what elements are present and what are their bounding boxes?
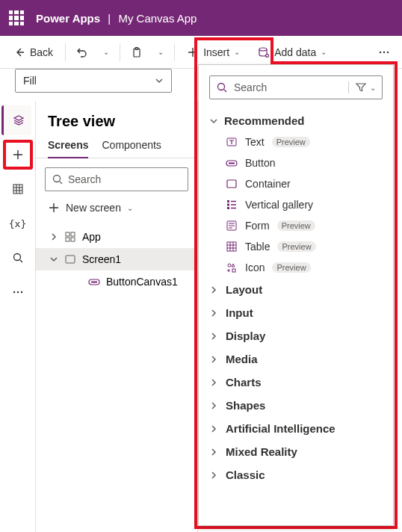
flyout-search[interactable]: Search ⌄ <box>209 75 383 99</box>
more-icon <box>12 286 24 298</box>
ctrl-button[interactable]: Button <box>203 152 389 173</box>
tree-title: Tree view <box>36 110 197 139</box>
rail-data[interactable] <box>3 174 33 204</box>
more-button[interactable] <box>372 42 396 63</box>
undo-split-button[interactable]: ⌄ <box>97 43 115 61</box>
chevron-down-icon <box>155 76 164 85</box>
ctrl-icon[interactable]: Icon Preview <box>203 257 389 278</box>
back-button[interactable]: Back <box>6 42 61 63</box>
chevron-right-icon <box>49 232 58 241</box>
svg-rect-23 <box>229 163 235 164</box>
tree-control-label: ButtonCanvas1 <box>106 276 178 288</box>
svg-point-4 <box>380 51 381 52</box>
tree-tabs: Screens Components <box>36 139 197 158</box>
insert-button[interactable]: Insert ⌄ <box>179 42 247 63</box>
svg-rect-15 <box>66 238 69 241</box>
left-rail: {x} <box>0 101 36 532</box>
chevron-right-icon <box>209 424 218 433</box>
category-label: Display <box>226 330 265 342</box>
search-icon <box>12 252 24 264</box>
svg-point-30 <box>228 264 231 267</box>
grid-icon <box>12 183 24 195</box>
rail-tree-view[interactable] <box>1 105 31 135</box>
new-screen-button[interactable]: New screen ⌄ <box>45 197 188 218</box>
add-data-button[interactable]: Add data ⌄ <box>250 42 334 63</box>
ctrl-table-label: Table <box>245 241 270 253</box>
category-mixed-reality[interactable]: Mixed Reality <box>203 440 389 463</box>
ctrl-container-label: Container <box>245 178 291 190</box>
text-icon <box>226 136 238 148</box>
clipboard-icon <box>131 46 143 58</box>
tree-control-node[interactable]: ButtonCanvas1 <box>36 270 197 293</box>
flyout-search-placeholder: Search <box>234 81 267 93</box>
rail-more[interactable] <box>3 277 33 307</box>
tree-screen-node[interactable]: Screen1 <box>36 248 197 270</box>
search-icon <box>216 81 228 93</box>
ctrl-vertical-gallery[interactable]: Vertical gallery <box>203 194 389 215</box>
svg-point-2 <box>259 48 267 51</box>
category-charts[interactable]: Charts <box>203 371 389 394</box>
svg-rect-14 <box>71 232 75 236</box>
tab-screens[interactable]: Screens <box>48 139 88 158</box>
chevron-right-icon <box>209 332 218 341</box>
category-layout[interactable]: Layout <box>203 278 389 301</box>
insert-flyout: Search ⌄ Recommended Text Preview Button… <box>198 64 394 526</box>
data-icon <box>258 46 270 58</box>
flyout-filter-button[interactable]: ⌄ <box>348 81 376 93</box>
ctrl-container[interactable]: Container <box>203 173 389 194</box>
category-label: Classic <box>226 468 265 481</box>
chevron-down-icon: ⌄ <box>370 84 376 92</box>
flyout-body: Recommended Text Preview Button Containe… <box>199 110 393 525</box>
screen-icon <box>64 253 76 265</box>
svg-rect-27 <box>227 207 229 209</box>
ctrl-text[interactable]: Text Preview <box>203 132 389 152</box>
tab-components[interactable]: Components <box>102 139 161 158</box>
svg-point-11 <box>20 291 22 293</box>
paste-split-button[interactable]: ⌄ <box>152 43 170 61</box>
group-recommended[interactable]: Recommended <box>203 110 389 132</box>
property-label: Fill <box>23 75 37 87</box>
ctrl-table[interactable]: Table Preview <box>203 236 389 257</box>
tree-app-node[interactable]: App <box>36 226 197 248</box>
chevron-down-icon: ⌄ <box>158 48 164 56</box>
tree-screen-label: Screen1 <box>82 253 121 265</box>
property-selector[interactable]: Fill <box>15 69 172 93</box>
svg-rect-26 <box>227 204 229 206</box>
svg-rect-25 <box>227 200 229 202</box>
waffle-icon[interactable] <box>9 10 24 25</box>
app-name: My Canvas App <box>118 12 197 25</box>
group-recommended-label: Recommended <box>224 114 305 127</box>
svg-point-6 <box>387 51 389 52</box>
category-artificial-intelligence[interactable]: Artificial Intelligence <box>203 417 389 440</box>
svg-point-20 <box>218 84 225 90</box>
chevron-right-icon <box>209 401 218 410</box>
svg-rect-24 <box>227 180 236 188</box>
chevron-down-icon <box>209 117 218 126</box>
header-title: Power Apps | My Canvas App <box>36 12 197 25</box>
chevron-right-icon <box>209 378 218 387</box>
category-classic[interactable]: Classic <box>203 463 389 486</box>
rail-search[interactable] <box>3 243 33 273</box>
ctrl-text-label: Text <box>245 136 265 148</box>
category-media[interactable]: Media <box>203 347 389 371</box>
paste-button[interactable] <box>125 42 149 63</box>
category-display[interactable]: Display <box>203 324 389 347</box>
arrow-left-icon <box>13 46 25 58</box>
ctrl-form[interactable]: Form Preview <box>203 215 389 236</box>
button-icon <box>88 276 100 288</box>
rail-variables[interactable]: {x} <box>3 208 33 238</box>
variables-icon: {x} <box>9 218 26 229</box>
undo-button[interactable] <box>70 42 94 63</box>
back-label: Back <box>30 46 53 58</box>
rail-insert[interactable] <box>3 140 33 170</box>
category-input[interactable]: Input <box>203 301 389 324</box>
chevron-right-icon <box>209 448 218 457</box>
svg-rect-17 <box>66 256 75 263</box>
category-label: Artificial Intelligence <box>226 422 335 435</box>
svg-rect-13 <box>66 232 69 236</box>
category-shapes[interactable]: Shapes <box>203 394 389 417</box>
app-icon <box>64 231 76 243</box>
property-selector-row: Fill <box>15 69 172 93</box>
tree-search[interactable]: Search <box>45 167 188 191</box>
svg-point-12 <box>54 176 61 182</box>
